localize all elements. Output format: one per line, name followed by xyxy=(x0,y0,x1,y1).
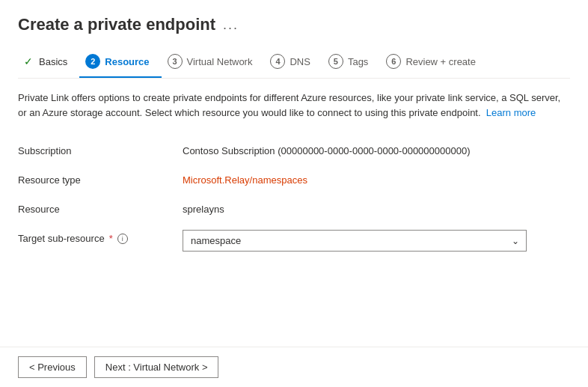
target-sub-resource-label: Target sub-resource * i xyxy=(18,230,183,244)
subscription-value: Contoso Subscription (00000000-0000-0000… xyxy=(183,142,570,156)
step-review-label: Review + create xyxy=(405,56,476,67)
check-icon: ✓ xyxy=(24,55,33,67)
form-row-resource: Resource sprelayns xyxy=(18,193,570,222)
resource-type-value: Microsoft.Relay/namespaces xyxy=(183,171,570,186)
wizard-step-review-create[interactable]: 6 Review + create xyxy=(380,48,488,78)
resource-label: Resource xyxy=(18,201,183,215)
form-row-resource-type: Resource type Microsoft.Relay/namespaces xyxy=(18,164,570,193)
previous-button[interactable]: < Previous xyxy=(18,356,87,378)
wizard-step-resource[interactable]: 2 Resource xyxy=(79,48,161,78)
ellipsis-menu-button[interactable]: ... xyxy=(223,17,239,33)
subscription-label: Subscription xyxy=(18,142,183,156)
step-review-number: 6 xyxy=(386,54,401,69)
step-dns-label: DNS xyxy=(290,56,310,67)
step-basics-label: Basics xyxy=(39,56,67,67)
resource-type-label: Resource type xyxy=(18,171,183,186)
step-dns-number: 4 xyxy=(270,54,285,69)
wizard-step-tags[interactable]: 5 Tags xyxy=(322,48,380,78)
wizard-step-virtual-network[interactable]: 3 Virtual Network xyxy=(162,48,265,78)
bottom-bar: < Previous Next : Virtual Network > xyxy=(0,347,588,387)
learn-more-link[interactable]: Learn more xyxy=(486,107,536,118)
page-title: Create a private endpoint xyxy=(18,15,215,34)
form-row-target-sub-resource: Target sub-resource * i namespace ⌄ xyxy=(18,222,570,259)
info-icon[interactable]: i xyxy=(117,234,128,244)
step-resource-label: Resource xyxy=(105,56,149,67)
target-sub-resource-select[interactable]: namespace xyxy=(183,230,527,252)
wizard-nav: ✓ Basics 2 Resource 3 Virtual Network 4 … xyxy=(18,48,570,79)
step-resource-number: 2 xyxy=(85,54,100,69)
page-description: Private Link offers options to create pr… xyxy=(18,91,570,120)
resource-value: sprelayns xyxy=(183,201,570,215)
wizard-step-basics[interactable]: ✓ Basics xyxy=(18,49,79,76)
step-tags-label: Tags xyxy=(348,56,368,67)
step-vnet-label: Virtual Network xyxy=(187,56,253,67)
next-button[interactable]: Next : Virtual Network > xyxy=(94,356,219,378)
resource-form: Subscription Contoso Subscription (00000… xyxy=(18,135,570,259)
target-sub-resource-dropdown-container: namespace ⌄ xyxy=(183,230,527,252)
step-tags-number: 5 xyxy=(328,54,343,69)
target-sub-resource-wrapper: namespace ⌄ xyxy=(183,230,570,252)
required-indicator: * xyxy=(109,233,113,244)
wizard-step-dns[interactable]: 4 DNS xyxy=(264,48,322,78)
step-vnet-number: 3 xyxy=(168,54,183,69)
form-row-subscription: Subscription Contoso Subscription (00000… xyxy=(18,135,570,164)
